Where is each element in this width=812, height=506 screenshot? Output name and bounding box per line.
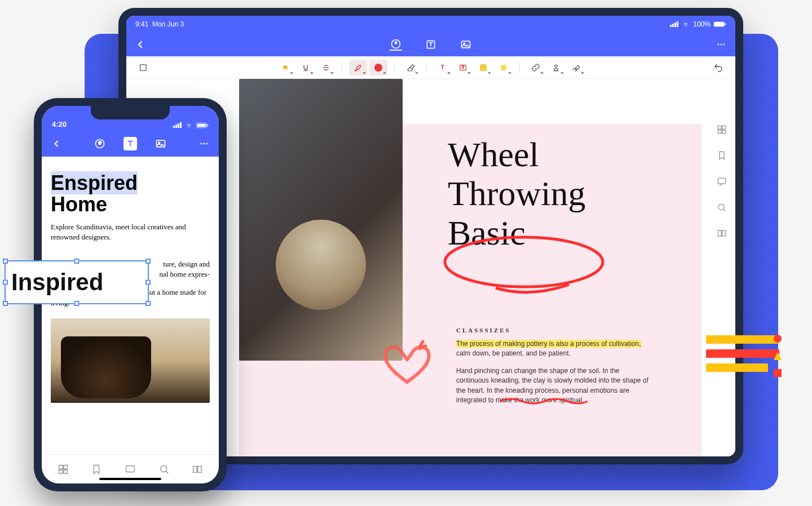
search-icon[interactable] bbox=[716, 202, 727, 213]
svg-rect-46 bbox=[126, 465, 135, 472]
svg-point-29 bbox=[718, 204, 724, 210]
tablet-right-rail bbox=[712, 124, 732, 239]
heart-drawing-annotation bbox=[380, 338, 434, 386]
battery-icon bbox=[714, 21, 726, 28]
svg-point-9 bbox=[723, 44, 725, 46]
signal-icon bbox=[173, 122, 182, 128]
svg-rect-45 bbox=[64, 469, 67, 473]
reader-icon[interactable] bbox=[191, 463, 204, 476]
eraser-tool[interactable] bbox=[401, 60, 420, 76]
underline-tool[interactable] bbox=[297, 60, 315, 76]
signature-tool[interactable] bbox=[567, 60, 585, 76]
more-menu[interactable] bbox=[197, 137, 211, 150]
tablet-title-bar bbox=[126, 33, 735, 56]
text-tab[interactable] bbox=[425, 38, 437, 51]
svg-rect-28 bbox=[718, 178, 725, 184]
svg-rect-1 bbox=[714, 22, 725, 26]
doc-subhead: CLASSSIZES bbox=[456, 327, 511, 334]
document-title: Wheel Throwing Basic bbox=[448, 135, 586, 252]
bookmark-icon[interactable] bbox=[716, 150, 727, 161]
svg-rect-10 bbox=[140, 64, 147, 70]
svg-rect-35 bbox=[207, 124, 208, 126]
resize-handle[interactable] bbox=[3, 301, 8, 306]
resize-handle[interactable] bbox=[3, 280, 8, 285]
pen-tool[interactable] bbox=[349, 60, 367, 76]
signal-icon bbox=[670, 21, 678, 27]
resize-handle[interactable] bbox=[145, 280, 151, 285]
svg-line-30 bbox=[723, 209, 726, 211]
svg-line-48 bbox=[166, 471, 168, 473]
link-tool[interactable] bbox=[527, 60, 545, 76]
tablet-time: 9:41 bbox=[135, 20, 148, 28]
tablet-status-bar: 9:41 Mon Jun 3 100% bbox=[126, 16, 735, 33]
tablet-toolbar: T T T bbox=[126, 56, 735, 79]
svg-point-47 bbox=[160, 465, 166, 472]
pottery-photo bbox=[239, 79, 403, 361]
highlight-tool[interactable]: T bbox=[276, 60, 294, 76]
search-icon[interactable] bbox=[158, 463, 170, 476]
stamp-tool[interactable] bbox=[547, 60, 565, 76]
reader-icon[interactable] bbox=[716, 228, 727, 239]
wifi-icon bbox=[184, 122, 193, 128]
more-menu[interactable] bbox=[715, 38, 727, 51]
battery-text: 100% bbox=[693, 20, 710, 28]
strikethrough-tool[interactable] bbox=[317, 60, 335, 76]
resize-handle[interactable] bbox=[3, 259, 8, 264]
svg-text:T: T bbox=[284, 65, 286, 69]
svg-rect-27 bbox=[722, 130, 726, 134]
svg-point-39 bbox=[201, 143, 202, 145]
comment-icon[interactable] bbox=[124, 463, 136, 476]
svg-rect-25 bbox=[722, 126, 726, 129]
back-button[interactable] bbox=[50, 137, 63, 150]
phone-para-1: Explore Scandinavia, meet local creative… bbox=[51, 222, 210, 242]
textbox-tool[interactable]: T bbox=[454, 60, 472, 76]
text-color-tool[interactable]: T bbox=[434, 60, 452, 76]
svg-rect-44 bbox=[59, 469, 62, 473]
resize-handle[interactable] bbox=[74, 259, 80, 264]
svg-point-32 bbox=[189, 127, 189, 127]
resize-handle[interactable] bbox=[145, 259, 151, 264]
editing-text[interactable]: Inspired bbox=[11, 269, 103, 296]
svg-point-41 bbox=[206, 143, 208, 145]
annotate-tab[interactable] bbox=[93, 137, 107, 150]
doc-paragraph-1: The process of making pottery is also a … bbox=[456, 339, 654, 359]
svg-text:T: T bbox=[441, 64, 445, 70]
sticky-tool[interactable] bbox=[495, 60, 513, 76]
home-indicator[interactable] bbox=[99, 478, 161, 480]
svg-rect-24 bbox=[718, 126, 721, 129]
tablet-date: Mon Jun 3 bbox=[152, 20, 184, 28]
svg-rect-26 bbox=[718, 130, 721, 134]
svg-point-0 bbox=[686, 26, 686, 26]
svg-point-22 bbox=[555, 64, 558, 67]
image-tab[interactable] bbox=[154, 137, 167, 150]
undo-button[interactable] bbox=[709, 60, 727, 76]
annotate-tab[interactable] bbox=[390, 38, 402, 51]
svg-point-8 bbox=[721, 44, 722, 46]
phone-heading: EnspiredHome bbox=[51, 172, 210, 215]
resize-handle[interactable] bbox=[145, 301, 151, 306]
text-edit-selection-box[interactable]: Inspired bbox=[5, 260, 149, 304]
svg-rect-34 bbox=[197, 123, 206, 126]
thumbnails-icon[interactable] bbox=[57, 463, 69, 476]
svg-point-40 bbox=[204, 143, 205, 145]
phone-chair-image bbox=[51, 318, 210, 403]
phone-title-bar bbox=[42, 131, 219, 157]
note-tool[interactable] bbox=[474, 60, 492, 76]
resize-handle[interactable] bbox=[74, 301, 80, 306]
svg-text:T: T bbox=[462, 65, 464, 69]
phone-document-area[interactable]: EnspiredHome Explore Scandinavia, meet l… bbox=[42, 157, 219, 454]
text-tab[interactable] bbox=[123, 137, 137, 150]
svg-point-7 bbox=[718, 44, 720, 46]
svg-rect-2 bbox=[725, 23, 726, 25]
thumbnails-icon[interactable] bbox=[716, 124, 727, 135]
svg-rect-42 bbox=[59, 465, 62, 468]
pen-color[interactable] bbox=[369, 60, 387, 76]
svg-rect-21 bbox=[501, 65, 506, 70]
back-button[interactable] bbox=[134, 38, 147, 51]
image-tab[interactable] bbox=[460, 38, 472, 51]
red-underline-annotation bbox=[498, 398, 589, 405]
battery-icon bbox=[196, 122, 209, 128]
crop-tool[interactable] bbox=[134, 60, 152, 76]
bookmark-icon[interactable] bbox=[90, 463, 103, 476]
comment-icon[interactable] bbox=[716, 176, 727, 187]
